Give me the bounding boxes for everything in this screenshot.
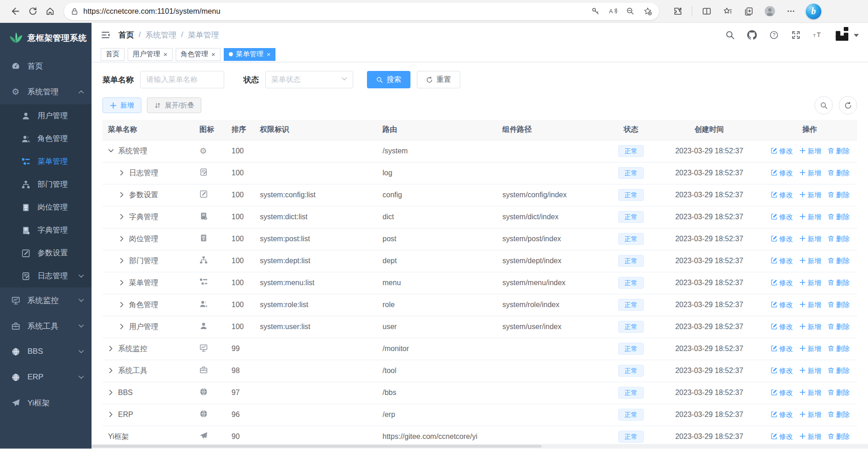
edit-link[interactable]: 修改 [771, 191, 793, 200]
add-link[interactable]: 新增 [799, 191, 821, 200]
sidebar-item-dict[interactable]: 字典管理 [0, 219, 92, 242]
bing-chat-icon[interactable]: b [806, 4, 821, 19]
table-row[interactable]: ERP96/erp正常2023-03-29 18:52:37修改新增删除 [102, 404, 857, 426]
table-row[interactable]: 部门管理100system:dept:listdeptsystem/dept/i… [102, 250, 857, 272]
tab-user[interactable]: 用户管理× [128, 48, 173, 61]
home-icon[interactable] [41, 3, 59, 20]
search-button[interactable]: 搜索 [367, 71, 410, 88]
breadcrumb-item[interactable]: 首页 [119, 30, 134, 40]
collapse-sidebar-icon[interactable] [101, 30, 110, 40]
add-link[interactable]: 新增 [799, 279, 821, 287]
delete-link[interactable]: 删除 [828, 235, 850, 243]
add-link[interactable]: 新增 [799, 433, 821, 441]
add-button[interactable]: 新增 [102, 97, 141, 113]
scrollbar-thumb[interactable] [92, 445, 542, 448]
delete-link[interactable]: 删除 [828, 213, 850, 222]
edit-link[interactable]: 修改 [771, 301, 793, 309]
table-row[interactable]: 系统监控99/monitor正常2023-03-29 18:52:37修改新增删… [102, 338, 857, 360]
profile-avatar[interactable] [761, 3, 778, 20]
edit-link[interactable]: 修改 [771, 279, 793, 287]
search-icon[interactable] [725, 30, 735, 40]
close-icon[interactable]: × [211, 51, 216, 58]
menu-name-input[interactable] [140, 71, 224, 88]
edit-link[interactable]: 修改 [771, 169, 793, 178]
expand-arrow[interactable] [119, 214, 126, 220]
expand-arrow[interactable] [108, 411, 115, 417]
close-icon[interactable]: × [163, 51, 167, 58]
edit-link[interactable]: 修改 [771, 345, 793, 353]
edit-link[interactable]: 修改 [771, 213, 793, 222]
expand-arrow[interactable] [119, 302, 126, 308]
expand-arrow[interactable] [108, 346, 115, 352]
delete-link[interactable]: 删除 [828, 389, 850, 397]
expand-arrow[interactable] [119, 170, 126, 176]
expand-arrow[interactable] [119, 280, 126, 286]
expand-arrow[interactable] [119, 258, 126, 264]
expand-arrow[interactable] [119, 324, 126, 330]
add-link[interactable]: 新增 [799, 345, 821, 353]
collections-icon[interactable] [740, 3, 757, 20]
favorites-bar-icon[interactable] [719, 3, 736, 20]
edit-link[interactable]: 修改 [771, 235, 793, 243]
edit-link[interactable]: 修改 [771, 433, 793, 441]
sidebar-item-log[interactable]: 日志管理 [0, 265, 92, 287]
expand-collapse-button[interactable]: 展开/折叠 [147, 97, 201, 113]
sidebar-item-dept[interactable]: 部门管理 [0, 173, 92, 196]
edit-link[interactable]: 修改 [771, 147, 793, 156]
url-text[interactable]: https://ccnetcore.com:1101/system/menu [83, 7, 588, 16]
delete-link[interactable]: 删除 [828, 169, 850, 178]
sidebar-item-config[interactable]: 参数设置 [0, 242, 92, 265]
more-menu-icon[interactable] [782, 3, 799, 20]
delete-link[interactable]: 删除 [828, 323, 850, 331]
back-icon[interactable] [6, 3, 24, 20]
table-row[interactable]: 日志管理100log正常2023-03-29 18:52:37修改新增删除 [102, 162, 857, 184]
delete-link[interactable]: 删除 [828, 257, 850, 265]
sidebar-item-monitor[interactable]: 系统监控 [0, 287, 92, 313]
refresh-icon[interactable] [24, 3, 41, 20]
table-row[interactable]: 参数设置100system:config:listconfigsystem/co… [102, 184, 857, 206]
expand-arrow[interactable] [108, 368, 115, 373]
delete-link[interactable]: 删除 [828, 411, 850, 419]
sidebar-item-yi[interactable]: Yi框架 [0, 390, 92, 416]
user-menu[interactable] [835, 27, 859, 43]
password-key-icon[interactable] [588, 4, 603, 19]
refresh-table-button[interactable] [839, 96, 857, 114]
read-aloud-icon[interactable]: A [605, 4, 620, 19]
sidebar-item-user[interactable]: 用户管理 [0, 104, 92, 127]
expand-arrow[interactable] [108, 148, 115, 154]
horizontal-scrollbar[interactable] [92, 444, 868, 449]
add-link[interactable]: 新增 [799, 301, 821, 309]
tab-role[interactable]: 角色管理× [176, 48, 221, 61]
app-logo[interactable]: 意框架管理系统 [0, 23, 92, 53]
delete-link[interactable]: 删除 [828, 367, 850, 375]
add-link[interactable]: 新增 [799, 411, 821, 419]
favorite-add-icon[interactable] [640, 4, 655, 19]
sidebar-item-tool[interactable]: 系统工具 [0, 313, 92, 339]
table-row[interactable]: BBS97/bbs正常2023-03-29 18:52:37修改新增删除 [102, 382, 857, 404]
edit-link[interactable]: 修改 [771, 411, 793, 419]
zoom-out-icon[interactable] [622, 4, 638, 19]
sidebar-item-erp[interactable]: ERP [0, 364, 92, 390]
fullscreen-icon[interactable] [791, 30, 801, 40]
add-link[interactable]: 新增 [799, 235, 821, 243]
add-link[interactable]: 新增 [799, 257, 821, 265]
edit-link[interactable]: 修改 [771, 367, 793, 375]
help-icon[interactable]: ? [769, 30, 779, 40]
delete-link[interactable]: 删除 [828, 191, 850, 200]
sidebar-item-role[interactable]: 角色管理 [0, 127, 92, 150]
show-search-button[interactable] [814, 96, 833, 114]
table-row[interactable]: 菜单管理100system:menu:listmenusystem/menu/i… [102, 272, 857, 294]
address-bar[interactable]: https://ccnetcore.com:1101/system/menu A [64, 3, 659, 20]
extensions-icon[interactable] [669, 3, 686, 20]
add-link[interactable]: 新增 [799, 169, 821, 178]
reset-button[interactable]: 重置 [417, 71, 460, 88]
edit-link[interactable]: 修改 [771, 257, 793, 265]
table-row[interactable]: 岗位管理100system:post:listpostsystem/post/i… [102, 228, 857, 250]
table-row[interactable]: 字典管理100system:dict:listdictsystem/dict/i… [102, 206, 857, 228]
table-row[interactable]: 角色管理100system:role:listrolesystem/role/i… [102, 294, 857, 316]
expand-arrow[interactable] [119, 236, 126, 242]
add-link[interactable]: 新增 [799, 389, 821, 397]
github-icon[interactable] [747, 30, 757, 40]
table-row[interactable]: 系统管理⚙100/system正常2023-03-29 18:52:37修改新增… [102, 140, 857, 162]
edit-link[interactable]: 修改 [771, 389, 793, 397]
